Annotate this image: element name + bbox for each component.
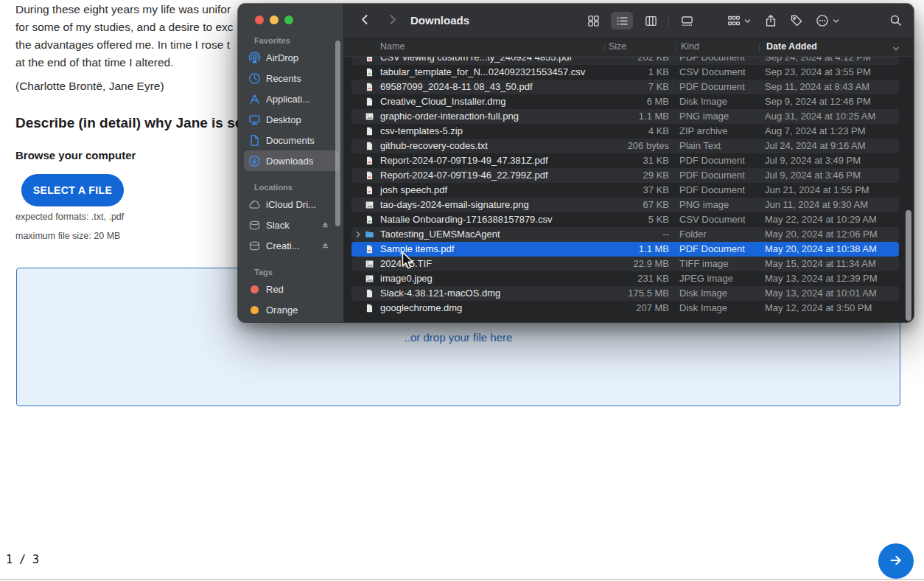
column-header-size[interactable]: Size (609, 41, 626, 52)
tag-icon[interactable] (790, 14, 803, 27)
search-icon[interactable] (889, 14, 902, 29)
table-row[interactable]: Taotesting_UEMSMacAgent--FolderMay 20, 2… (351, 227, 899, 242)
next-page-button[interactable] (878, 543, 914, 579)
chevron-down-icon[interactable] (743, 17, 752, 25)
sidebar-item-documents[interactable]: Documents (244, 130, 339, 150)
list-column-header[interactable]: NameSizeKindDate Added (344, 38, 914, 57)
column-header-date-added[interactable]: Date Added (766, 41, 817, 52)
recents-icon (248, 72, 261, 85)
sidebar-item-applicati[interactable]: Applicati... (244, 88, 339, 109)
sidebar-item-airdrop[interactable]: AirDrop (244, 47, 339, 68)
column-header-name[interactable]: Name (380, 41, 405, 52)
sidebar-item-desktop[interactable]: Desktop (244, 109, 339, 130)
list-scrollbar[interactable] (906, 210, 911, 321)
question-title: Describe (in detail) why Jane is so i (15, 115, 251, 131)
file-date-added: Aug 31, 2024 at 10:25 AM (765, 109, 875, 124)
sidebar-item-icloud-dri[interactable]: iCloud Dri... (244, 194, 339, 215)
table-row[interactable]: csv-templates-5.zip4 KBZIP archiveAug 7,… (351, 124, 899, 139)
expected-formats-note: expected formats: .txt, .pdf (15, 212, 124, 222)
file-kind: PDF Document (679, 168, 745, 183)
gallery-view-icon[interactable] (679, 12, 694, 29)
sidebar-item-slack[interactable]: Slack (244, 215, 339, 235)
table-row[interactable]: 69587099_2024-8-11 08_43_50.pdf7 KBPDF D… (351, 80, 899, 94)
table-row[interactable]: tabular_template_for_N...024092321553457… (351, 65, 899, 80)
file-date-added: May 12, 2024 at 3:50 PM (765, 301, 872, 316)
table-row[interactable]: tao-days-2024-email-signature.png67 KBPN… (351, 198, 899, 212)
table-row[interactable]: github-recovery-codes.txt206 bytesPlain … (351, 139, 899, 153)
passage-attribution: (Charlotte Brontë, Jane Eyre) (15, 80, 164, 93)
sidebar-item-label: Red (266, 284, 284, 295)
file-size: 6 MB (595, 94, 669, 109)
file-size: 1 KB (595, 65, 669, 80)
sidebar-item-label: Creati... (266, 240, 300, 251)
image-file-icon (365, 274, 374, 284)
window-title: Downloads (410, 14, 469, 27)
sidebar-item-label: Downloads (266, 156, 313, 167)
eject-icon[interactable] (319, 240, 332, 252)
table-row[interactable]: Report-2024-07-09T19-46_22.799Z.pdf29 KB… (351, 168, 899, 183)
column-view-icon[interactable] (643, 12, 658, 29)
grid-view-icon[interactable] (586, 12, 601, 29)
table-row[interactable]: graphic-order-interaction-full.png1.1 MB… (351, 109, 899, 124)
page-file-icon (365, 141, 374, 151)
eject-icon[interactable] (319, 219, 332, 232)
more-options-icon[interactable] (816, 14, 829, 27)
disk-icon (248, 219, 261, 232)
column-header-kind[interactable]: Kind (681, 41, 699, 52)
page-file-icon (365, 126, 374, 136)
table-row[interactable]: Creative_Cloud_Installer.dmg6 MBDisk Ima… (351, 94, 899, 109)
list-view-icon[interactable] (611, 12, 633, 29)
page-bottom-divider (0, 579, 924, 580)
forward-icon[interactable] (386, 13, 399, 29)
sidebar-item-red[interactable]: Red (244, 279, 339, 299)
file-name: Report-2024-07-09T19-49_47.381Z.pdf (380, 153, 548, 168)
file-kind: Disk Image (679, 286, 727, 301)
applications-icon (248, 93, 261, 105)
sidebar-item-label: Recents (266, 73, 301, 84)
file-name: tabular_template_for_N...024092321553457… (380, 65, 585, 80)
disclosure-chevron-icon[interactable] (354, 227, 362, 242)
sidebar-scrollbar[interactable] (335, 41, 340, 226)
sidebar-item-recents[interactable]: Recents (244, 68, 339, 88)
sidebar-item-creati[interactable]: Creati... (244, 235, 339, 256)
sidebar-item-downloads[interactable]: Downloads (244, 150, 339, 171)
file-name: Natalie Onboarding-1716388157879.csv (380, 212, 552, 227)
file-date-added: Jun 11, 2024 at 9:30 AM (765, 198, 868, 212)
sidebar-section-label: Locations (254, 183, 343, 192)
folder-icon (365, 229, 374, 240)
file-date-added: May 22, 2024 at 10:29 AM (765, 212, 877, 227)
share-icon[interactable] (764, 14, 777, 27)
red-tag-dot-icon (251, 285, 259, 293)
group-by-icon[interactable] (727, 14, 741, 27)
pdf-file-icon (365, 156, 374, 166)
finder-window[interactable]: FavoritesAirDropRecentsApplicati...Deskt… (238, 4, 914, 322)
file-kind: JPEG image (679, 271, 733, 286)
csv-file-icon (365, 67, 374, 77)
table-row[interactable]: image0.jpeg231 KBJPEG imageMay 13, 2024 … (351, 271, 899, 286)
file-name: Taotesting_UEMSMacAgent (380, 227, 500, 242)
max-file-size-note: maximum file size: 20 MB (15, 231, 120, 241)
table-row[interactable]: 2024.05.TIF22.9 MBTIFF imageMay 15, 2024… (351, 257, 899, 271)
chevron-down-icon[interactable] (832, 17, 840, 25)
back-icon[interactable] (359, 13, 371, 29)
image-file-icon (365, 111, 374, 122)
file-date-added: Jun 21, 2024 at 1:55 PM (765, 183, 869, 198)
table-row[interactable]: Report-2024-07-09T19-49_47.381Z.pdf31 KB… (351, 153, 899, 168)
sidebar-item-label: Desktop (266, 114, 301, 125)
table-row[interactable]: Sample items.pdf1.1 MBPDF DocumentMay 20… (351, 242, 899, 257)
table-row[interactable]: Natalie Onboarding-1716388157879.csv5 KB… (351, 212, 899, 227)
passage-line: During these eight years my life was uni… (15, 1, 234, 18)
sidebar-item-orange[interactable]: Orange (244, 299, 339, 320)
sidebar-item-label: Documents (266, 135, 315, 146)
select-file-button[interactable]: SELECT A FILE (21, 174, 124, 206)
cloud-icon (248, 198, 261, 211)
column-divider (759, 43, 760, 52)
page-file-icon (365, 303, 374, 313)
sort-chevron-icon[interactable] (892, 43, 900, 56)
table-row[interactable]: Slack-4.38.121-macOS.dmg175.5 MBDisk Ima… (351, 286, 899, 301)
table-row[interactable]: josh speech.pdf37 KBPDF DocumentJun 21, … (351, 183, 899, 198)
file-size: 175.5 MB (595, 286, 669, 301)
table-row[interactable]: googlechrome.dmg207 MBDisk ImageMay 12, … (351, 301, 899, 316)
finder-main: Downloads NameSizeKindDate Added CSV vie… (344, 4, 914, 322)
sidebar-item-label: Slack (266, 220, 290, 231)
